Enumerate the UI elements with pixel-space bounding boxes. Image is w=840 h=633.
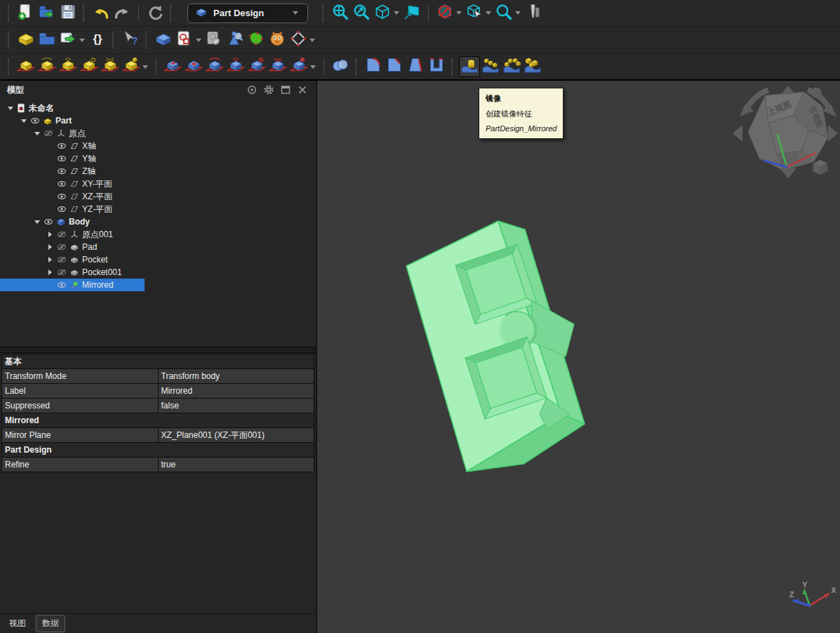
visibility-eye-off-icon[interactable] (55, 255, 68, 265)
tree-item-Mirrored[interactable]: Mirrored (6, 279, 316, 291)
expander-right-icon[interactable] (46, 257, 55, 262)
subtractive-loft-button[interactable] (225, 56, 246, 77)
edit-sketch-button[interactable] (204, 29, 225, 51)
chevron-down-icon[interactable] (196, 39, 201, 42)
visibility-eye-icon[interactable] (55, 141, 68, 151)
redo-button[interactable] (112, 3, 133, 24)
expander-down-icon[interactable] (19, 119, 28, 123)
property-value[interactable]: XZ_Plane001 (XZ-平面001) (158, 428, 314, 443)
visibility-eye-icon[interactable] (55, 192, 68, 201)
toolbar-drag-handle[interactable] (8, 58, 11, 75)
save-document-button[interactable] (58, 3, 79, 24)
close-icon[interactable] (296, 84, 309, 96)
panel-tab-数据[interactable]: 数据 (36, 615, 65, 632)
expander-down-icon[interactable] (6, 107, 15, 110)
tree-item-Pocket[interactable]: Pocket (6, 253, 316, 266)
new-document-button[interactable] (15, 3, 36, 24)
visibility-eye-icon[interactable] (55, 280, 68, 290)
visibility-eye-icon[interactable] (55, 166, 68, 176)
tree-item-Z轴[interactable]: Z轴 (6, 165, 316, 178)
whats-this-button[interactable]: ? (120, 29, 141, 51)
chevron-down-icon[interactable] (486, 11, 491, 15)
chevron-down-icon[interactable] (79, 39, 85, 42)
fillet-button[interactable] (363, 56, 384, 77)
property-group-label[interactable]: 基本 (2, 354, 314, 369)
open-document-button[interactable] (36, 3, 58, 24)
hole-button[interactable] (183, 56, 204, 77)
expander-down-icon[interactable] (32, 132, 41, 135)
visibility-eye-icon[interactable] (41, 217, 55, 227)
chevron-down-icon[interactable] (142, 65, 148, 69)
create-body-button[interactable] (153, 29, 174, 51)
additive-helix-button[interactable] (100, 56, 121, 77)
visibility-eye-off-icon[interactable] (55, 229, 68, 239)
tree-item-Y轴[interactable]: Y轴 (6, 152, 316, 165)
chamfer-button[interactable] (384, 56, 405, 77)
navigation-cube[interactable]: 上视图 右视图 前视图 (733, 86, 838, 178)
additive-loft-button[interactable] (58, 56, 79, 77)
check-geometry-button[interactable] (225, 29, 246, 51)
zoom-tools-button[interactable] (493, 3, 514, 24)
defeaturing-button[interactable] (267, 29, 288, 51)
toolbar-drag-handle[interactable] (451, 58, 455, 75)
chevron-down-icon[interactable] (515, 11, 521, 15)
polar-pattern-button[interactable] (501, 56, 522, 77)
draw-style-button[interactable] (434, 3, 455, 24)
toolbar-drag-handle[interactable] (112, 32, 116, 48)
refresh-button[interactable] (145, 3, 166, 24)
pad-button[interactable] (15, 56, 36, 77)
chevron-down-icon[interactable] (394, 11, 399, 15)
toolbar-drag-handle[interactable] (8, 32, 11, 48)
measure-button[interactable] (523, 3, 544, 24)
visibility-eye-icon[interactable] (55, 204, 68, 214)
subtractive-pipe-button[interactable] (246, 56, 267, 77)
visibility-eye-icon[interactable] (55, 179, 68, 189)
macros-button[interactable]: {} (87, 29, 108, 51)
tree-item-XZ-平面[interactable]: XZ-平面 (6, 190, 316, 203)
draft-button[interactable] (405, 56, 426, 77)
expander-right-icon[interactable] (46, 232, 55, 237)
mirrored-part-3d[interactable] (406, 221, 585, 472)
toolbar-drag-handle[interactable] (83, 5, 86, 22)
property-group-label[interactable]: Part Design (2, 443, 314, 458)
sync-view-button[interactable] (401, 3, 422, 24)
axonometric-view-button[interactable] (372, 3, 393, 24)
mirrored-button[interactable] (459, 56, 480, 77)
property-value[interactable]: true (158, 458, 314, 472)
expander-right-icon[interactable] (46, 244, 55, 250)
groove-button[interactable] (204, 56, 225, 77)
chevron-down-icon[interactable] (310, 65, 316, 69)
visibility-eye-off-icon[interactable] (55, 267, 68, 277)
gear-icon[interactable] (262, 84, 275, 96)
create-sketch-button[interactable] (174, 29, 195, 51)
toolbar-drag-handle[interactable] (322, 5, 326, 22)
tree-item-未命名[interactable]: 未命名 (6, 102, 316, 114)
property-group-label[interactable]: Mirrored (2, 413, 314, 428)
panel-splitter[interactable] (0, 347, 316, 353)
property-value[interactable]: Transform body (158, 369, 314, 384)
tree-item-YZ-平面[interactable]: YZ-平面 (6, 203, 316, 215)
create-part-button[interactable] (15, 29, 36, 51)
additive-primitive-button[interactable] (121, 56, 142, 77)
visibility-eye-off-icon[interactable] (55, 242, 68, 252)
chevron-down-icon[interactable] (456, 11, 462, 15)
visibility-eye-icon[interactable] (28, 116, 41, 126)
visibility-eye-icon[interactable] (55, 154, 68, 164)
visibility-eye-off-icon[interactable] (41, 128, 55, 138)
zoom-fit-selection-button[interactable] (351, 3, 372, 24)
toolbar-drag-handle[interactable] (8, 5, 11, 22)
subtractive-helix-button[interactable] (267, 56, 288, 77)
boolean-operation-button[interactable] (330, 56, 351, 77)
linear-pattern-button[interactable] (480, 56, 501, 77)
toolbar-drag-handle[interactable] (355, 58, 359, 75)
tree-item-Pad[interactable]: Pad (6, 241, 316, 253)
expander-right-icon[interactable] (46, 269, 55, 275)
workbench-selector[interactable]: Part Design (187, 4, 308, 23)
tree-item-X轴[interactable]: X轴 (6, 140, 316, 152)
scope-icon[interactable] (246, 84, 258, 96)
tree-item-XY-平面[interactable]: XY-平面 (6, 178, 316, 190)
chevron-down-icon[interactable] (309, 39, 315, 42)
tree-item-Part[interactable]: Part (6, 114, 316, 127)
multitransform-button[interactable] (522, 56, 543, 77)
tree-item-原点001[interactable]: 原点001 (6, 228, 316, 241)
